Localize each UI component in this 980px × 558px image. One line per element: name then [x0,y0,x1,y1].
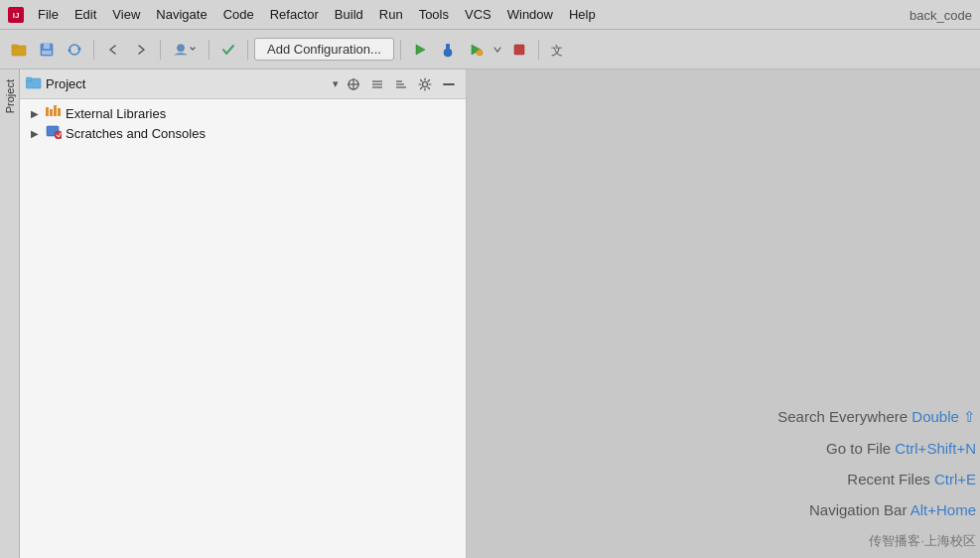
open-folder-button[interactable] [6,37,32,63]
menu-view[interactable]: View [104,5,148,24]
sidebar-project-label[interactable]: Project [2,73,18,119]
hint-recent-key: Ctrl+E [934,471,976,488]
menu-navigate[interactable]: Navigate [148,5,214,24]
project-dropdown-arrow[interactable]: ▾ [333,77,339,90]
titlebar: IJ File Edit View Navigate Code Refactor… [0,0,980,30]
svg-rect-12 [446,44,450,49]
main-layout: Project Project ▾ [0,70,980,558]
menu-file[interactable]: File [30,5,67,24]
project-header-icons [343,73,460,95]
menu-vcs[interactable]: VCS [457,5,499,24]
sort-icon[interactable] [390,73,412,95]
project-panel: Project ▾ [20,70,467,558]
separator-6 [538,40,539,60]
collapse-all-icon[interactable] [366,73,388,95]
svg-point-29 [423,81,428,86]
run-dropdown-button[interactable] [490,37,504,63]
tree-item-external-libraries[interactable]: ▶ External Libraries [20,103,466,123]
add-configuration-button[interactable]: Add Configuration... [254,38,394,61]
separator-4 [247,40,248,60]
expand-arrow-scratches: ▶ [28,127,42,141]
locate-file-icon[interactable] [343,73,364,95]
hint-search-key: Double ⇧ [911,408,976,425]
hint-search-everywhere: Search Everywhere Double ⇧ [777,408,976,426]
side-strip: Project [0,70,20,558]
menu-window[interactable]: Window [499,5,561,24]
watermark: 传智播客·上海校区 [869,532,976,550]
debug-button[interactable] [435,37,461,63]
separator-2 [160,40,161,60]
hint-goto-key: Ctrl+Shift+N [895,440,976,457]
svg-rect-31 [46,107,49,116]
forward-button[interactable] [128,37,154,63]
hint-navigation-bar: Navigation Bar Alt+Home [809,501,976,518]
tree-item-scratches-consoles[interactable]: ▶ Scratches and Consoles [20,123,466,144]
menu-edit[interactable]: Edit [67,5,104,24]
project-header: Project ▾ [20,70,466,99]
vcs-button[interactable] [215,37,241,63]
project-tree: ▶ External Libraries ▶ [20,99,466,558]
menu-bar: File Edit View Navigate Code Refactor Bu… [30,5,972,24]
run-button[interactable] [407,37,433,63]
separator-3 [209,40,210,60]
hint-goto-file: Go to File Ctrl+Shift+N [826,440,976,457]
profile-button[interactable] [167,37,203,63]
scratches-consoles-label: Scratches and Consoles [66,126,206,141]
scratches-icon [46,125,62,142]
svg-text:IJ: IJ [13,11,20,20]
toolbar: Add Configuration... 文 [0,30,980,70]
project-folder-icon [26,75,42,92]
external-libraries-label: External Libraries [66,106,166,121]
expand-arrow-external-libraries: ▶ [28,106,42,120]
stop-button[interactable] [506,37,532,63]
hint-recent-files: Recent Files Ctrl+E [847,471,976,488]
shortcut-hints: Search Everywhere Double ⇧ Go to File Ct… [777,408,980,528]
svg-rect-34 [58,108,61,116]
menu-tools[interactable]: Tools [411,5,457,24]
external-libraries-icon [46,105,62,121]
app-icon: IJ [8,7,24,23]
menu-refactor[interactable]: Refactor [262,5,327,24]
close-panel-icon[interactable] [438,73,460,95]
menu-build[interactable]: Build [327,5,371,24]
svg-rect-5 [44,44,50,49]
svg-rect-16 [514,45,524,55]
save-button[interactable] [34,37,60,63]
project-title: Project [46,76,329,91]
svg-point-11 [444,49,452,57]
translate-button[interactable]: 文 [545,37,571,63]
separator-5 [400,40,401,60]
svg-text:文: 文 [551,44,563,58]
svg-point-15 [477,50,483,56]
svg-rect-19 [26,77,32,81]
separator-1 [93,40,94,60]
sync-button[interactable] [62,37,87,63]
coverage-button[interactable] [463,37,489,63]
back-button[interactable] [100,37,126,63]
menu-run[interactable]: Run [371,5,411,24]
content-area: Search Everywhere Double ⇧ Go to File Ct… [467,70,980,558]
menu-code[interactable]: Code [215,5,262,24]
menu-help[interactable]: Help [561,5,604,24]
hint-nav-key: Alt+Home [910,501,976,518]
settings-icon[interactable] [414,73,436,95]
svg-rect-6 [42,51,52,55]
window-title: back_code [910,7,972,22]
svg-point-9 [177,44,184,51]
svg-rect-33 [54,105,57,116]
svg-point-36 [55,131,62,139]
svg-rect-32 [50,109,53,116]
svg-marker-10 [416,45,425,55]
svg-rect-3 [12,45,18,48]
